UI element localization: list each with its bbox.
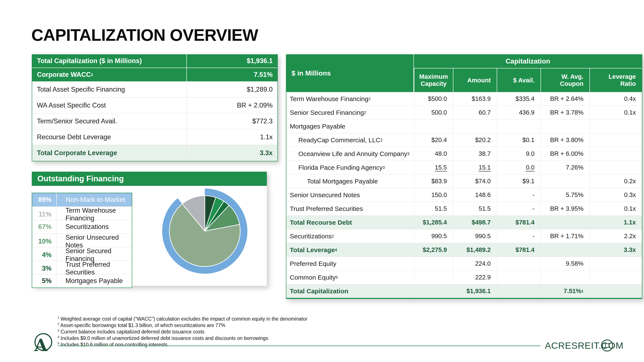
legend-percent: 3%: [32, 261, 56, 276]
row-cell: 0.2x: [590, 174, 642, 188]
capitalization-table-header: $ in Millions Capitalization Maximum Cap…: [286, 54, 642, 92]
row-cell: 15.5: [414, 161, 453, 174]
table-row: Mortgages Payable: [286, 119, 642, 133]
footnote: 2 Asset-specific borrowings total $1.3 b…: [58, 322, 308, 329]
row-cell: [590, 284, 642, 298]
row-cell: 224.0: [453, 257, 497, 270]
legend-label: Securitizations: [56, 220, 132, 234]
row-cell: [497, 271, 540, 284]
row-cell: 0.0: [497, 161, 540, 174]
capitalization-table-body: Term Warehouse Financing 2$500.0$163.9$3…: [286, 92, 642, 298]
row-cell: $20.4: [414, 133, 453, 147]
legend-row: 10%Senior Unsecured Notes: [32, 234, 132, 247]
page-number: 11: [604, 342, 611, 350]
row-cell: [540, 271, 590, 284]
table-row: ReadyCap Commercial, LLC 2$20.4$20.2$0.1…: [286, 133, 642, 147]
row-cell: 60.7: [453, 106, 497, 119]
row-cell: $83.9: [414, 174, 453, 188]
row-cell: 7.26%: [540, 161, 590, 174]
summary-row-value: 7.51%: [187, 68, 277, 81]
row-label: Total Leverage 4: [286, 243, 414, 257]
table-row: Common Equity 5222.9: [286, 270, 642, 284]
table-row: Securitizations 2990.5990.5-BR + 1.71%2.…: [286, 229, 642, 243]
row-cell: [540, 174, 590, 188]
row-cell: -: [497, 188, 540, 202]
row-cell: [540, 119, 590, 133]
summary-row-label: Recourse Debt Leverage: [32, 129, 187, 145]
row-cell: 148.6: [453, 188, 497, 202]
summary-row: Total Asset Specific Financing$1,289.0: [32, 81, 277, 97]
table-row: Total Capitalization$1,936.17.51% 1: [286, 284, 642, 298]
legend-row: 89%Non-Mark-to-Market: [32, 193, 132, 206]
row-cell: 222.9: [453, 271, 497, 284]
row-cell: 51.5: [414, 202, 453, 215]
row-cell: 51.5: [453, 202, 497, 215]
summary-row: Recourse Debt Leverage1.1x: [32, 129, 277, 145]
page-title: CAPITALIZATION OVERVIEW: [31, 25, 258, 45]
row-cell: [590, 133, 642, 147]
legend-label: Term Warehouse Financing: [56, 207, 132, 222]
row-cell: 48.0: [414, 147, 453, 160]
row-cell: $335.4: [497, 92, 540, 106]
legend-percent: 89%: [32, 193, 56, 206]
summary-row-label: Term/Senior Secured Avail.: [32, 113, 187, 129]
footnote: 3 Current balance includes capitalized d…: [58, 329, 308, 335]
row-cell: 0.4x: [590, 92, 642, 106]
column-header-leverage-ratio: Leverage Ratio: [590, 68, 642, 92]
row-cell: 436.9: [497, 106, 540, 119]
legend-label: Non-Mark-to-Market: [56, 193, 132, 206]
row-label: Senior Unsecured Notes: [286, 188, 414, 202]
column-header-maximum-capacity: Maximum Capacity: [414, 68, 453, 92]
row-cell: [590, 147, 642, 160]
row-cell: $1,285.4: [414, 216, 453, 229]
row-cell: 0.3x: [590, 188, 642, 202]
row-cell: [497, 284, 540, 298]
legend-row: 11%Term Warehouse Financing: [32, 206, 132, 220]
row-label: Trust Preferred Securities: [286, 202, 414, 215]
row-label: Securitizations 2: [286, 229, 414, 243]
summary-row: Corporate WACC 17.51%: [32, 68, 277, 81]
summary-row-value: $1,289.0: [187, 81, 277, 97]
slide-capitalization-overview: { "slide": { "title": "CAPITALIZATION OV…: [0, 0, 644, 362]
outstanding-financing-title: Outstanding Financing: [37, 174, 124, 183]
row-cell: 990.5: [414, 229, 453, 243]
column-header-units: $ in Millions: [286, 54, 414, 92]
page-number-badge: 11: [601, 340, 613, 352]
row-cell: $0.1: [497, 133, 540, 147]
legend-percent: 5%: [32, 274, 56, 288]
row-cell: [497, 257, 540, 270]
column-header-avail: $ Avail.: [497, 68, 540, 92]
footnote: 1 Weighted average cost of capital (“WAC…: [58, 316, 308, 322]
summary-row: Total Corporate Leverage3.3x: [32, 145, 277, 161]
row-cell: 150.0: [414, 188, 453, 202]
summary-row-label: Corporate WACC 1: [32, 68, 187, 81]
capitalization-table: $ in Millions Capitalization Maximum Cap…: [286, 54, 642, 299]
summary-row-value: 1.1x: [187, 129, 277, 145]
table-row: Preferred Equity224.09.58%: [286, 257, 642, 270]
row-cell: $20.2: [453, 133, 497, 147]
footnote: 5 Includes $10.6 million of non-controll…: [58, 342, 308, 348]
row-label: Preferred Equity: [286, 257, 414, 270]
table-row: Oceanview Life and Annuity Company 348.0…: [286, 147, 642, 160]
row-label: Common Equity 5: [286, 271, 414, 284]
row-cell: [540, 243, 590, 257]
summary-row: Term/Senior Secured Avail.$772.3: [32, 113, 277, 129]
logo-letter-a: A: [34, 335, 48, 355]
legend-row: 5%Mortgages Payable: [32, 274, 132, 288]
summary-row-value: $1,936.1: [187, 54, 277, 68]
legend-label: Senior Secured Financing: [56, 247, 132, 263]
row-label: Total Recourse Debt: [286, 216, 414, 229]
row-cell: BR + 3.95%: [540, 202, 590, 215]
row-cell: [540, 216, 590, 229]
legend-percent: 4%: [32, 247, 56, 263]
row-label: Total Mortgages Payable: [286, 174, 414, 188]
row-cell: [414, 284, 453, 298]
row-cell: $781.4: [497, 243, 540, 257]
row-label: Mortgages Payable: [286, 119, 414, 133]
row-label: ReadyCap Commercial, LLC 2: [286, 133, 414, 147]
row-cell: 1.1x: [590, 216, 642, 229]
legend-label: Mortgages Payable: [56, 274, 132, 288]
outstanding-financing-header: Outstanding Financing: [32, 172, 267, 186]
outstanding-financing-pie-chart: [160, 186, 250, 276]
legend-row: 3%Trust Preferred Securities: [32, 261, 132, 274]
